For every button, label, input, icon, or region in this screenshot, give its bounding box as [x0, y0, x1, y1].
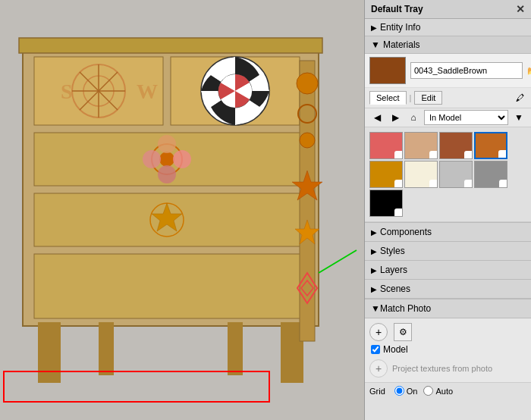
match-photo-label: Match Photo	[380, 303, 431, 314]
components-section[interactable]: ▶ Components	[365, 223, 531, 242]
materials-header[interactable]: ▼ Materials	[365, 36, 531, 54]
materials-section: ▼ Materials 📂 Select | Edit 🖍 ◀ ▶ ⌂ In M…	[365, 36, 531, 223]
swatch-4[interactable]	[369, 161, 403, 188]
grid-radio-group: On Auto	[394, 386, 453, 396]
svg-point-21	[297, 73, 318, 94]
swatches-grid	[365, 127, 531, 222]
svg-rect-2	[19, 38, 322, 53]
entity-info-arrow: ▶	[371, 24, 377, 32]
svg-rect-10	[99, 322, 114, 375]
nav-forward-button[interactable]: ▶	[388, 110, 403, 125]
edit-tab[interactable]: Edit	[414, 91, 442, 105]
svg-point-32	[158, 135, 176, 153]
grid-on-radio[interactable]	[394, 386, 404, 396]
entity-info-section[interactable]: ▶ Entity Info	[365, 19, 531, 36]
model-checkbox[interactable]	[371, 345, 380, 354]
dropdown-arrow-button[interactable]: ▼	[511, 110, 526, 125]
nav-row: ◀ ▶ ⌂ In Model All ▼	[365, 108, 531, 127]
match-photo-settings-button[interactable]: ⚙	[394, 323, 412, 341]
nav-home-button[interactable]: ⌂	[406, 110, 421, 125]
layers-section[interactable]: ▶ Layers	[365, 261, 531, 280]
swatch-7[interactable]	[474, 161, 507, 188]
styles-label: Styles	[380, 246, 405, 256]
swatch-8[interactable]	[369, 190, 403, 217]
nav-back-button[interactable]: ◀	[369, 110, 385, 125]
materials-label: Materials	[383, 39, 420, 50]
grid-auto-radio[interactable]	[423, 386, 433, 396]
svg-point-29	[159, 152, 174, 167]
project-textures-button[interactable]: +	[369, 359, 388, 378]
layers-label: Layers	[380, 265, 407, 275]
model-check-row: Model	[369, 344, 526, 355]
svg-rect-8	[38, 322, 61, 383]
swatch-1[interactable]	[404, 132, 438, 159]
svg-point-23	[300, 133, 315, 148]
material-name-row: 📂	[365, 54, 531, 88]
model-checkbox-label: Model	[383, 344, 408, 355]
sample-icon[interactable]: 🖍	[513, 91, 526, 105]
match-photo-toolbar: + ⚙	[369, 323, 526, 341]
panel-header: Default Tray ✕	[365, 0, 531, 19]
scenes-label: Scenes	[380, 284, 410, 294]
svg-point-33	[158, 165, 176, 183]
swatch-6[interactable]	[439, 161, 473, 188]
svg-text:W: W	[137, 80, 158, 103]
material-name-input[interactable]	[410, 62, 523, 79]
layers-arrow: ▶	[371, 266, 377, 274]
material-load-icon[interactable]: 📂	[527, 64, 531, 77]
tabs-row: Select | Edit 🖍	[365, 88, 531, 108]
styles-arrow: ▶	[371, 247, 377, 255]
select-tab[interactable]: Select	[369, 91, 407, 105]
swatch-3[interactable]	[474, 132, 507, 159]
entity-info-label: Entity Info	[380, 22, 420, 33]
project-textures-row: + Project textures from photo	[369, 359, 526, 378]
match-photo-header[interactable]: ▼ Match Photo	[365, 299, 531, 318]
panel-close-button[interactable]: ✕	[516, 3, 525, 15]
canvas-area: S W	[0, 0, 364, 420]
components-label: Components	[380, 227, 432, 237]
match-photo-content: + ⚙ Model + Project textures from photo	[365, 318, 531, 382]
grid-auto-option[interactable]: Auto	[423, 386, 453, 396]
svg-point-30	[143, 150, 161, 168]
svg-rect-11	[228, 322, 243, 375]
grid-on-option[interactable]: On	[394, 386, 418, 396]
svg-rect-7	[34, 254, 303, 318]
materials-arrow: ▼	[371, 39, 380, 50]
swatch-5[interactable]	[404, 161, 438, 188]
svg-text:S: S	[61, 80, 73, 103]
panel-title: Default Tray	[371, 4, 423, 14]
components-arrow: ▶	[371, 228, 377, 237]
grid-row: Grid On Auto	[365, 382, 531, 399]
styles-section[interactable]: ▶ Styles	[365, 242, 531, 261]
svg-point-31	[173, 150, 191, 168]
scenes-arrow: ▶	[371, 285, 377, 293]
bottom-sections: ▶ Components ▶ Styles ▶ Layers ▶ Scenes …	[365, 223, 531, 420]
model-dropdown[interactable]: In Model All	[424, 110, 508, 125]
project-textures-label: Project textures from photo	[392, 364, 492, 373]
right-panel: Default Tray ✕ ▶ Entity Info ▼ Materials…	[364, 0, 531, 420]
material-swatch-large	[369, 57, 406, 84]
grid-label: Grid	[369, 387, 385, 396]
match-photo-arrow: ▼	[371, 303, 380, 314]
scenes-section[interactable]: ▶ Scenes	[365, 280, 531, 299]
swatch-0[interactable]	[369, 132, 403, 159]
swatch-2[interactable]	[439, 132, 473, 159]
match-photo-section: ▼ Match Photo + ⚙ Model	[365, 299, 531, 399]
add-match-photo-button[interactable]: +	[369, 323, 388, 341]
svg-rect-20	[300, 61, 315, 341]
